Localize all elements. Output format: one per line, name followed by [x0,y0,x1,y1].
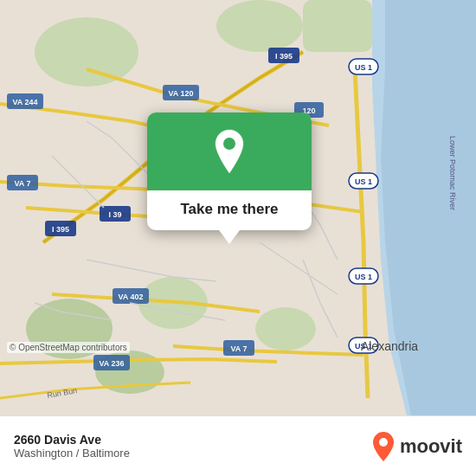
moovit-logo: moovit [370,431,462,462]
svg-text:I 395: I 395 [275,52,293,61]
map-container: VA 244 VA 120 I 395 I 395 VA 7 I 39 VA 4… [0,0,476,415]
moovit-icon [370,431,396,462]
popup-action[interactable]: Take me there [147,190,312,230]
svg-text:VA 244: VA 244 [12,98,37,106]
city-line: Washington / Baltimore [14,447,130,460]
address-block: 2660 Davis Ave Washington / Baltimore [14,433,130,460]
svg-text:Alexandria: Alexandria [361,339,418,353]
svg-text:US 1: US 1 [355,177,372,186]
location-popup: Take me there [147,113,312,230]
svg-point-2 [216,0,303,52]
svg-rect-3 [303,0,372,52]
svg-point-1 [35,17,138,87]
svg-point-40 [379,438,388,447]
svg-point-5 [255,307,316,351]
location-pin-icon [210,128,248,175]
popup-header [147,113,312,190]
take-me-there-button[interactable]: Take me there [180,201,278,218]
svg-text:VA 7: VA 7 [14,179,30,188]
moovit-text: moovit [400,435,462,458]
svg-text:I 39: I 39 [108,210,121,219]
svg-text:VA 402: VA 402 [118,293,143,301]
svg-text:I 395: I 395 [52,225,69,234]
svg-text:VA 120: VA 120 [168,89,193,98]
svg-text:VA 7: VA 7 [230,344,247,353]
map-copyright: © OpenStreetMap contributors [7,342,130,353]
svg-point-39 [223,138,235,150]
svg-text:US 1: US 1 [355,273,372,281]
svg-text:US 1: US 1 [355,63,372,72]
svg-text:VA 236: VA 236 [99,359,124,368]
address-line: 2660 Davis Ave [14,433,130,447]
svg-text:Lower Potomac River: Lower Potomac River [448,136,457,210]
bottom-bar: 2660 Davis Ave Washington / Baltimore mo… [0,415,476,476]
